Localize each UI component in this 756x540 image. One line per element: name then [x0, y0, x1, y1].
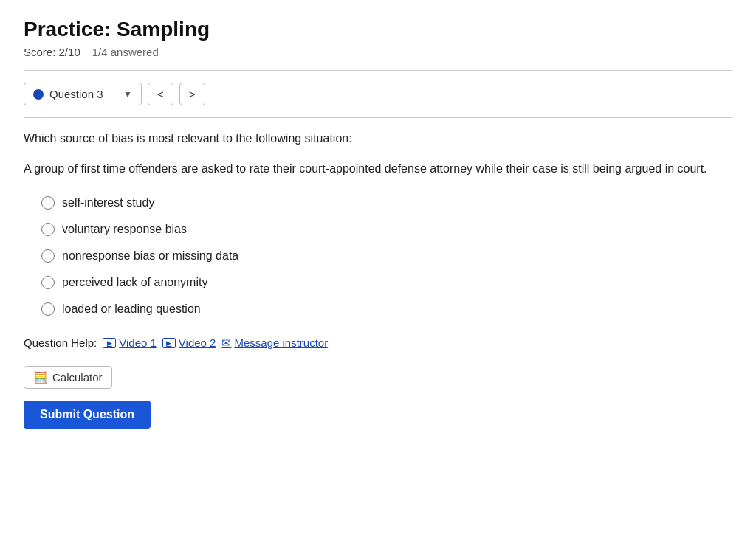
option-radio-1[interactable] [41, 196, 55, 210]
calculator-row: 🧮 Calculator [24, 366, 732, 389]
score-label: Score: 2/10 [24, 46, 80, 58]
option-label-2: voluntary response bias [62, 223, 187, 236]
question-dropdown-label: Question 3 [49, 88, 117, 100]
option-item[interactable]: loaded or leading question [41, 302, 732, 316]
video1-link[interactable]: ▶ Video 1 [103, 336, 157, 349]
option-item[interactable]: perceived lack of anonymity [41, 276, 732, 289]
message-instructor-link[interactable]: ✉ Message instructor [221, 336, 328, 350]
video2-label: Video 2 [179, 336, 216, 349]
help-label: Question Help: [24, 336, 97, 349]
option-label-3: nonresponse bias or missing data [62, 249, 238, 263]
option-radio-2[interactable] [41, 223, 55, 236]
option-radio-5[interactable] [41, 302, 55, 316]
question-scenario: A group of first time offenders are aske… [24, 159, 732, 179]
question-help-row: Question Help: ▶ Video 1 ▶ Video 2 ✉ Mes… [24, 336, 732, 350]
question-dropdown[interactable]: Question 3 ▼ [24, 83, 142, 105]
question-body: Which source of bias is most relevant to… [24, 130, 732, 429]
score-text: Score: [24, 46, 55, 58]
video1-label: Video 1 [119, 336, 157, 349]
option-item[interactable]: nonresponse bias or missing data [41, 249, 732, 263]
page-title: Practice: Sampling [24, 18, 732, 41]
score-row: Score: 2/10 1/4 answered [24, 46, 732, 58]
play-icon-2: ▶ [162, 338, 176, 348]
calculator-label: Calculator [52, 371, 103, 384]
option-item[interactable]: self-interest study [41, 196, 732, 210]
calculator-button[interactable]: 🧮 Calculator [24, 366, 112, 389]
question-prompt: Which source of bias is most relevant to… [24, 130, 732, 148]
options-list: self-interest study voluntary response b… [41, 196, 732, 316]
help-section: Question Help: ▶ Video 1 ▶ Video 2 ✉ Mes… [24, 336, 732, 389]
divider-below-nav [24, 117, 732, 118]
question-dot-indicator [33, 89, 44, 100]
score-value: 2/10 [59, 46, 80, 58]
option-label-5: loaded or leading question [62, 302, 201, 316]
chevron-down-icon: ▼ [123, 89, 132, 100]
message-instructor-label: Message instructor [234, 336, 328, 349]
mail-icon: ✉ [221, 336, 231, 350]
option-item[interactable]: voluntary response bias [41, 223, 732, 236]
option-radio-3[interactable] [41, 249, 55, 263]
play-icon-1: ▶ [103, 338, 116, 348]
option-label-4: perceived lack of anonymity [62, 276, 207, 289]
divider-top [24, 70, 732, 71]
answered-label: 1/4 answered [92, 46, 159, 58]
page-container: Practice: Sampling Score: 2/10 1/4 answe… [0, 0, 756, 540]
video2-link[interactable]: ▶ Video 2 [162, 336, 216, 349]
submit-question-button[interactable]: Submit Question [24, 401, 151, 429]
next-question-button[interactable]: > [179, 83, 205, 105]
question-nav: Question 3 ▼ < > [24, 83, 732, 105]
option-label-1: self-interest study [62, 196, 154, 210]
option-radio-4[interactable] [41, 276, 55, 289]
prev-question-button[interactable]: < [148, 83, 173, 105]
calculator-icon: 🧮 [33, 370, 48, 384]
